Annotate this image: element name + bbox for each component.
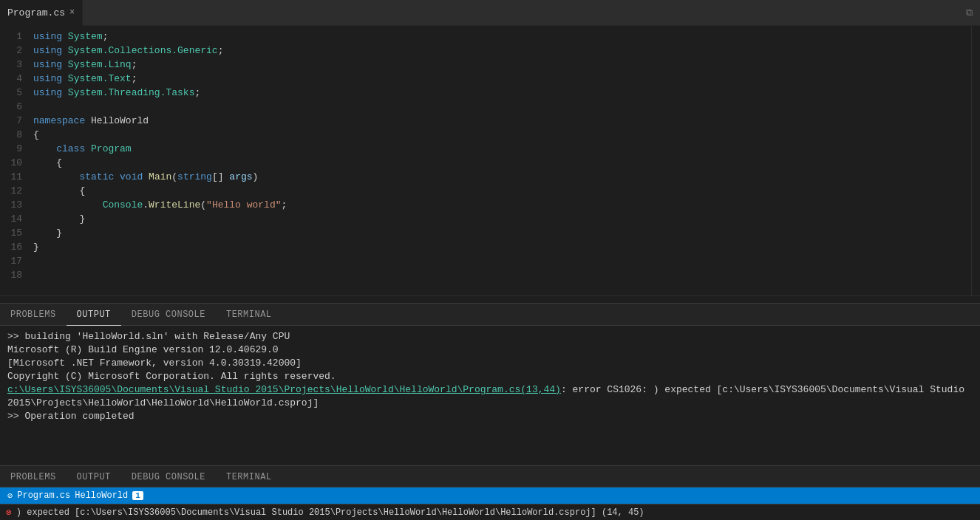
code-line: 8{ bbox=[0, 128, 971, 142]
line-number: 11 bbox=[0, 170, 33, 184]
bottom-tab-debug-console[interactable]: DEBUG CONSOLE bbox=[121, 466, 216, 488]
line-number: 6 bbox=[0, 100, 33, 114]
error-link[interactable]: c:\Users\ISYS36005\Documents\Visual Stud… bbox=[7, 384, 561, 395]
line-number: 13 bbox=[0, 198, 33, 212]
tab-program-cs[interactable]: Program.cs × bbox=[0, 0, 83, 26]
panel-tab-output[interactable]: OUTPUT bbox=[67, 304, 121, 326]
output-line: >> Operation completed bbox=[7, 410, 973, 423]
bottom-panel-tabs: PROBLEMSOUTPUTDEBUG CONSOLETERMINAL bbox=[0, 465, 980, 488]
code-line: 12 { bbox=[0, 184, 971, 198]
line-number: 18 bbox=[0, 268, 33, 282]
restore-icon[interactable]: ⧉ bbox=[966, 7, 973, 18]
output-line: c:\Users\ISYS36005\Documents\Visual Stud… bbox=[7, 383, 973, 410]
status-bar-error-count: 1 bbox=[132, 491, 143, 500]
panel-tab-debug-console[interactable]: DEBUG CONSOLE bbox=[121, 304, 216, 326]
line-content: static void Main(string[] args) bbox=[33, 170, 258, 184]
output-panel: PROBLEMSOUTPUTDEBUG CONSOLETERMINAL >> b… bbox=[0, 303, 980, 465]
line-number: 8 bbox=[0, 128, 33, 142]
line-content: } bbox=[33, 226, 62, 240]
code-line: 2using System.Collections.Generic; bbox=[0, 44, 971, 58]
output-line: [Microsoft .NET Framework, version 4.0.3… bbox=[7, 357, 973, 370]
code-line: 11 static void Main(string[] args) bbox=[0, 170, 971, 184]
code-line: 9 class Program bbox=[0, 142, 971, 156]
line-content: { bbox=[33, 156, 62, 170]
bottom-tab-terminal[interactable]: TERMINAL bbox=[216, 466, 282, 488]
line-content: } bbox=[33, 212, 85, 226]
line-content: using System.Text; bbox=[33, 72, 137, 86]
bottom-tab-output[interactable]: OUTPUT bbox=[67, 466, 121, 488]
line-number: 5 bbox=[0, 86, 33, 100]
line-number: 2 bbox=[0, 44, 33, 58]
line-number: 14 bbox=[0, 212, 33, 226]
line-number: 9 bbox=[0, 142, 33, 156]
code-line: 7namespace HelloWorld bbox=[0, 114, 971, 128]
output-line: Microsoft (R) Build Engine version 12.0.… bbox=[7, 343, 973, 357]
line-number: 7 bbox=[0, 114, 33, 128]
code-line: 1using System; bbox=[0, 30, 971, 44]
line-content: namespace HelloWorld bbox=[33, 114, 149, 128]
tab-bar: Program.cs × ⧉ bbox=[0, 0, 980, 26]
code-line: 3using System.Linq; bbox=[0, 58, 971, 72]
panel-tab-bar: PROBLEMSOUTPUTDEBUG CONSOLETERMINAL bbox=[0, 304, 980, 326]
status-bar-filename: Program.cs bbox=[17, 490, 70, 501]
status-bar-left: ⊘ Program.cs HelloWorld 1 bbox=[7, 490, 143, 502]
line-content bbox=[33, 100, 39, 114]
line-number: 17 bbox=[0, 254, 33, 268]
code-line: 6 bbox=[0, 100, 971, 114]
code-container[interactable]: 1using System;2using System.Collections.… bbox=[0, 26, 971, 295]
line-content bbox=[33, 268, 39, 282]
line-content bbox=[33, 254, 39, 268]
line-number: 4 bbox=[0, 72, 33, 86]
line-content: { bbox=[33, 184, 85, 198]
panel-tab-terminal[interactable]: TERMINAL bbox=[216, 304, 282, 326]
code-line: 4using System.Text; bbox=[0, 72, 971, 86]
line-number: 1 bbox=[0, 30, 33, 44]
horizontal-scrollbar[interactable] bbox=[0, 295, 980, 303]
line-content: using System.Linq; bbox=[33, 58, 137, 72]
panel-tab-problems[interactable]: PROBLEMS bbox=[0, 304, 67, 326]
line-content: using System.Threading.Tasks; bbox=[33, 86, 200, 100]
line-content: } bbox=[33, 240, 39, 254]
line-number: 12 bbox=[0, 184, 33, 198]
code-line: 14 } bbox=[0, 212, 971, 226]
window-controls: ⧉ bbox=[966, 7, 980, 18]
line-number: 16 bbox=[0, 240, 33, 254]
code-line: 10 { bbox=[0, 156, 971, 170]
output-line: >> building 'HelloWorld.sln' with Releas… bbox=[7, 330, 973, 343]
code-line: 16} bbox=[0, 240, 971, 254]
bottom-tab-problems[interactable]: PROBLEMS bbox=[0, 466, 67, 488]
tab-filename: Program.cs bbox=[7, 7, 65, 18]
line-content: using System; bbox=[33, 30, 108, 44]
minimap bbox=[971, 26, 980, 295]
panel-content[interactable]: >> building 'HelloWorld.sln' with Releas… bbox=[0, 326, 980, 465]
line-number: 3 bbox=[0, 58, 33, 72]
code-line: 13 Console.WriteLine("Hello world"; bbox=[0, 198, 971, 212]
line-content: Console.WriteLine("Hello world"; bbox=[33, 198, 287, 212]
tab-close-button[interactable]: × bbox=[69, 7, 75, 18]
editor-area: 1using System;2using System.Collections.… bbox=[0, 26, 980, 465]
code-line: 18 bbox=[0, 268, 971, 282]
status-bar: ⊘ Program.cs HelloWorld 1 bbox=[0, 488, 980, 504]
output-line: Copyright (C) Microsoft Corporation. All… bbox=[7, 370, 973, 383]
line-content: { bbox=[33, 128, 39, 142]
error-strip-icon: ⊗ bbox=[6, 507, 12, 519]
code-line: 5using System.Threading.Tasks; bbox=[0, 86, 971, 100]
line-number: 15 bbox=[0, 226, 33, 240]
error-circle-icon: ⊘ bbox=[7, 490, 13, 502]
line-content: class Program bbox=[33, 142, 132, 156]
code-line: 15 } bbox=[0, 226, 971, 240]
error-strip-message: ) expected [c:\Users\ISYS36005\Documents… bbox=[16, 507, 644, 518]
error-strip: ⊗ ) expected [c:\Users\ISYS36005\Documen… bbox=[0, 504, 980, 520]
code-line: 17 bbox=[0, 254, 971, 268]
status-bar-project: HelloWorld bbox=[75, 490, 128, 501]
line-number: 10 bbox=[0, 156, 33, 170]
line-content: using System.Collections.Generic; bbox=[33, 44, 223, 58]
